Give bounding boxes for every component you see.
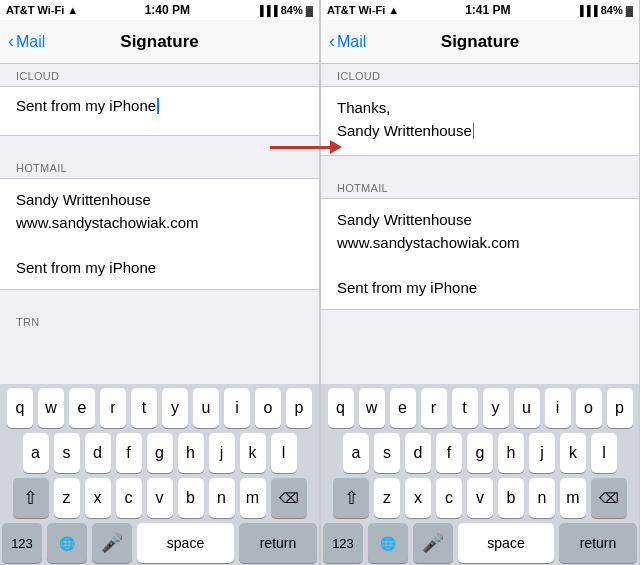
key-t-right[interactable]: t bbox=[452, 388, 478, 428]
key-w-right[interactable]: w bbox=[359, 388, 385, 428]
keyboard-row1-left: q w e r t y u i o p bbox=[2, 388, 317, 428]
key-mic-left[interactable]: 🎤 bbox=[92, 523, 132, 563]
keyboard-left[interactable]: q w e r t y u i o p a s d f g h j k l ⇧ … bbox=[0, 384, 319, 565]
key-p-left[interactable]: p bbox=[286, 388, 312, 428]
hotmail-signature-left[interactable]: Sandy Writtenhouse www.sandystachowiak.c… bbox=[0, 178, 319, 290]
key-b-left[interactable]: b bbox=[178, 478, 204, 518]
key-return-right[interactable]: return bbox=[559, 523, 637, 563]
key-shift-right[interactable]: ⇧ bbox=[333, 478, 369, 518]
key-o-left[interactable]: o bbox=[255, 388, 281, 428]
key-q-right[interactable]: q bbox=[328, 388, 354, 428]
key-w-left[interactable]: w bbox=[38, 388, 64, 428]
key-h-right[interactable]: h bbox=[498, 433, 524, 473]
key-d-right[interactable]: d bbox=[405, 433, 431, 473]
key-delete-left[interactable]: ⌫ bbox=[271, 478, 307, 518]
key-x-left[interactable]: x bbox=[85, 478, 111, 518]
key-u-right[interactable]: u bbox=[514, 388, 540, 428]
nav-title-right: Signature bbox=[441, 32, 519, 52]
spacer1-right bbox=[321, 156, 639, 176]
key-l-right[interactable]: l bbox=[591, 433, 617, 473]
key-i-right[interactable]: i bbox=[545, 388, 571, 428]
chevron-left-icon-right: ‹ bbox=[329, 31, 335, 52]
key-a-right[interactable]: a bbox=[343, 433, 369, 473]
key-return-left[interactable]: return bbox=[239, 523, 317, 563]
key-j-left[interactable]: j bbox=[209, 433, 235, 473]
key-v-left[interactable]: v bbox=[147, 478, 173, 518]
key-delete-right[interactable]: ⌫ bbox=[591, 478, 627, 518]
key-k-left[interactable]: k bbox=[240, 433, 266, 473]
arrow-head bbox=[330, 140, 342, 154]
trn-header-left: TRN bbox=[0, 310, 319, 332]
key-m-left[interactable]: m bbox=[240, 478, 266, 518]
text-cursor-right bbox=[473, 123, 475, 139]
key-g-right[interactable]: g bbox=[467, 433, 493, 473]
keyboard-bottom-right: 123 🌐 🎤 space return bbox=[323, 523, 637, 563]
back-label-left: Mail bbox=[16, 33, 45, 51]
key-y-right[interactable]: y bbox=[483, 388, 509, 428]
key-space-right[interactable]: space bbox=[458, 523, 554, 563]
battery-right: 84% bbox=[601, 4, 623, 16]
key-l-left[interactable]: l bbox=[271, 433, 297, 473]
key-a-left[interactable]: a bbox=[23, 433, 49, 473]
key-z-right[interactable]: z bbox=[374, 478, 400, 518]
icloud-header-left: ICLOUD bbox=[0, 64, 319, 86]
status-left-right: AT&T Wi-Fi ▲ bbox=[327, 4, 399, 16]
keyboard-row2-right: a s d f g h j k l bbox=[323, 433, 637, 473]
key-c-right[interactable]: c bbox=[436, 478, 462, 518]
key-u-left[interactable]: u bbox=[193, 388, 219, 428]
key-p-right[interactable]: p bbox=[607, 388, 633, 428]
key-j-right[interactable]: j bbox=[529, 433, 555, 473]
key-b-right[interactable]: b bbox=[498, 478, 524, 518]
key-v-right[interactable]: v bbox=[467, 478, 493, 518]
key-e-right[interactable]: e bbox=[390, 388, 416, 428]
key-z-left[interactable]: z bbox=[54, 478, 80, 518]
keyboard-right[interactable]: q w e r t y u i o p a s d f g h j k l ⇧ … bbox=[321, 384, 639, 565]
key-123-left[interactable]: 123 bbox=[2, 523, 42, 563]
key-t-left[interactable]: t bbox=[131, 388, 157, 428]
key-i-left[interactable]: i bbox=[224, 388, 250, 428]
hotmail-header-left: HOTMAIL bbox=[0, 156, 319, 178]
keyboard-bottom-left: 123 🌐 🎤 space return bbox=[2, 523, 317, 563]
key-s-left[interactable]: s bbox=[54, 433, 80, 473]
key-m-right[interactable]: m bbox=[560, 478, 586, 518]
hotmail-signature-right[interactable]: Sandy Writtenhouse www.sandystachowiak.c… bbox=[321, 198, 639, 310]
key-x-right[interactable]: x bbox=[405, 478, 431, 518]
key-space-left[interactable]: space bbox=[137, 523, 234, 563]
key-globe-left[interactable]: 🌐 bbox=[47, 523, 87, 563]
icloud-signature-right[interactable]: Thanks, Sandy Writtenhouse bbox=[321, 86, 639, 156]
time-left: 1:40 PM bbox=[145, 3, 190, 17]
hotmail-line1-right: Sandy Writtenhouse bbox=[337, 209, 623, 232]
hotmail-line4-left: Sent from my iPhone bbox=[16, 257, 303, 280]
hotmail-line3-right bbox=[337, 254, 623, 277]
icloud-signature-left[interactable]: Sent from my iPhone bbox=[0, 86, 319, 136]
signal-icon-left: ▐▐▐ bbox=[256, 5, 277, 16]
key-globe-right[interactable]: 🌐 bbox=[368, 523, 408, 563]
key-o-right[interactable]: o bbox=[576, 388, 602, 428]
key-e-left[interactable]: e bbox=[69, 388, 95, 428]
key-r-right[interactable]: r bbox=[421, 388, 447, 428]
icloud-header-right: ICLOUD bbox=[321, 64, 639, 86]
key-shift-left[interactable]: ⇧ bbox=[13, 478, 49, 518]
back-button-left[interactable]: ‹ Mail bbox=[8, 31, 45, 52]
key-f-right[interactable]: f bbox=[436, 433, 462, 473]
chevron-left-icon: ‹ bbox=[8, 31, 14, 52]
key-k-right[interactable]: k bbox=[560, 433, 586, 473]
hotmail-line4-right: Sent from my iPhone bbox=[337, 277, 623, 300]
key-h-left[interactable]: h bbox=[178, 433, 204, 473]
key-y-left[interactable]: y bbox=[162, 388, 188, 428]
key-r-left[interactable]: r bbox=[100, 388, 126, 428]
arrow-line bbox=[270, 146, 330, 149]
icloud-signature-text-left: Sent from my iPhone bbox=[16, 97, 156, 114]
key-n-right[interactable]: n bbox=[529, 478, 555, 518]
key-mic-right[interactable]: 🎤 bbox=[413, 523, 453, 563]
key-s-right[interactable]: s bbox=[374, 433, 400, 473]
key-g-left[interactable]: g bbox=[147, 433, 173, 473]
key-n-left[interactable]: n bbox=[209, 478, 235, 518]
key-d-left[interactable]: d bbox=[85, 433, 111, 473]
key-123-right[interactable]: 123 bbox=[323, 523, 363, 563]
back-button-right[interactable]: ‹ Mail bbox=[329, 31, 366, 52]
battery-icon-right: ▓ bbox=[626, 5, 633, 16]
key-c-left[interactable]: c bbox=[116, 478, 142, 518]
key-f-left[interactable]: f bbox=[116, 433, 142, 473]
key-q-left[interactable]: q bbox=[7, 388, 33, 428]
